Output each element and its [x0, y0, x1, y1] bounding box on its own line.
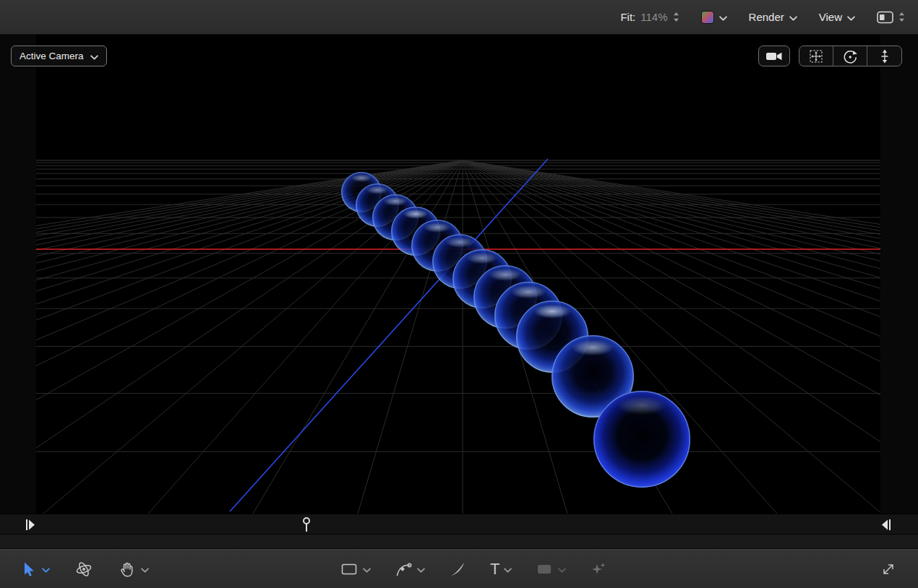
- active-camera-label: Active Camera: [20, 51, 84, 61]
- pan-view-icon: [807, 48, 825, 65]
- particles-tool-button[interactable]: [589, 560, 608, 579]
- fit-value: 114%: [640, 11, 667, 23]
- perspective-grid: [36, 160, 880, 514]
- fit-zoom-control[interactable]: Fit: 114%: [620, 11, 679, 23]
- dolly-view-button[interactable]: [867, 46, 901, 66]
- layout-icon: [877, 11, 893, 24]
- layout-stepper-icon: [898, 12, 905, 22]
- active-camera-menu[interactable]: Active Camera: [11, 46, 107, 66]
- chevron-down-icon: [42, 568, 50, 573]
- rectangle-shape-icon: [340, 560, 359, 579]
- camera-control-group: [799, 46, 902, 66]
- motion-app-window: Fit: 114% Render View: [0, 0, 918, 588]
- view-menu-label: View: [819, 11, 842, 23]
- image-well-icon: [535, 560, 554, 579]
- hand-icon: [118, 560, 137, 579]
- chevron-down-icon: [789, 16, 797, 21]
- chevron-down-icon: [504, 568, 512, 573]
- mini-timeline[interactable]: [0, 514, 918, 535]
- image-well-button[interactable]: [535, 560, 566, 579]
- transform-3d-tool-button[interactable]: [74, 560, 93, 579]
- brush-stroke-icon: [448, 560, 467, 579]
- paint-stroke-tool-button[interactable]: [448, 560, 467, 579]
- camera-view-button[interactable]: [758, 46, 790, 66]
- in-point-marker[interactable]: [26, 519, 27, 530]
- text-tool-button[interactable]: T: [490, 560, 512, 579]
- camera-overlay-tools: [758, 46, 902, 66]
- timeline-footer-strip: [0, 535, 918, 549]
- view-menu[interactable]: View: [819, 11, 855, 23]
- pan-view-button[interactable]: [799, 46, 833, 66]
- window-layout-control[interactable]: [877, 11, 905, 24]
- fit-label: Fit:: [620, 11, 635, 23]
- chevron-down-icon: [141, 568, 149, 573]
- render-menu-label: Render: [749, 11, 784, 23]
- pen-curve-icon: [394, 560, 413, 579]
- pan-tool-button[interactable]: [118, 560, 149, 579]
- color-swatch-menu[interactable]: [701, 11, 727, 24]
- color-swatch-icon: [701, 11, 714, 24]
- orbit-view-button[interactable]: [833, 46, 867, 66]
- chevron-down-icon: [719, 16, 727, 21]
- chevron-down-icon: [558, 568, 566, 573]
- chevron-down-icon: [363, 568, 371, 573]
- chevron-down-icon: [847, 16, 855, 21]
- chevron-down-icon: [417, 568, 425, 573]
- mini-timeline-track[interactable]: [0, 514, 918, 535]
- bezier-tool-button[interactable]: [394, 560, 425, 579]
- select-tool-button[interactable]: [19, 560, 50, 579]
- render-menu[interactable]: Render: [749, 11, 797, 23]
- out-point-marker[interactable]: [889, 519, 891, 530]
- scene-svg[interactable]: [36, 35, 880, 514]
- out-point-marker[interactable]: [882, 520, 888, 530]
- view-tools-group: [19, 550, 149, 588]
- video-camera-icon: [765, 48, 783, 65]
- dolly-view-icon: [876, 48, 893, 65]
- canvas-area[interactable]: Active Camera: [0, 35, 918, 514]
- playhead[interactable]: [304, 518, 309, 524]
- chevron-down-icon: [90, 55, 98, 60]
- tool-bar: T: [0, 549, 918, 588]
- sparkle-icon: [589, 560, 608, 579]
- cursor-arrow-icon: [19, 560, 38, 579]
- expand-timing-pane-button[interactable]: [879, 560, 898, 581]
- shape-tool-button[interactable]: [340, 560, 371, 579]
- sphere[interactable]: [593, 391, 690, 488]
- in-point-marker[interactable]: [29, 520, 35, 530]
- diagonal-resize-icon: [879, 560, 898, 579]
- gyroscope-icon: [74, 560, 93, 579]
- text-tool-icon: T: [490, 560, 499, 579]
- zoom-stepper-icon[interactable]: [673, 12, 679, 22]
- create-tools-group: T: [340, 550, 608, 588]
- orbit-view-icon: [841, 48, 859, 65]
- top-toolbar: Fit: 114% Render View: [0, 0, 918, 35]
